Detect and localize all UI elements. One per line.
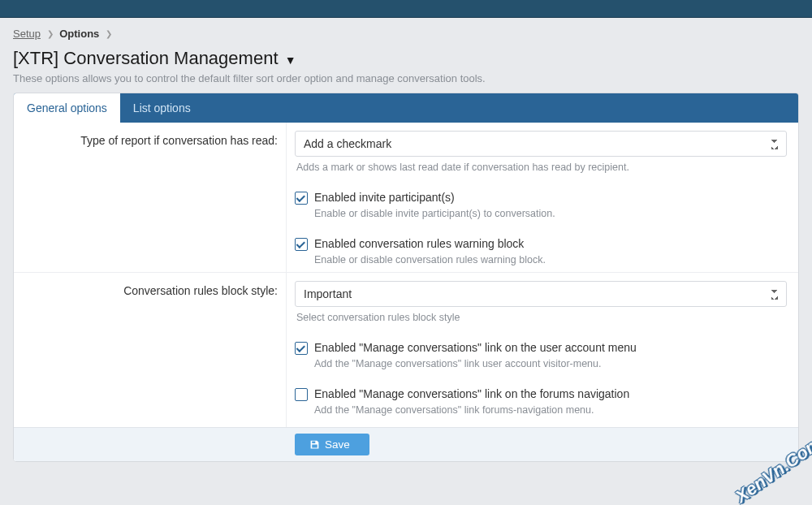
select-block-style[interactable]: Important — [295, 281, 787, 307]
checkbox-manage-nav[interactable] — [295, 388, 308, 401]
hint-report-type: Adds a mark or shows last read date if c… — [295, 157, 787, 173]
checkbox-rules-block[interactable] — [295, 238, 308, 251]
panel-body: Type of report if conversation has read:… — [14, 123, 798, 461]
chevron-right-icon: ❯ — [47, 29, 54, 38]
label-rules-block: Enabled conversation rules warning block — [314, 237, 524, 250]
label-block-style: Conversation rules block style: — [14, 273, 286, 309]
options-panel: General options List options Type of rep… — [13, 93, 799, 462]
label-invite: Enabled invite participant(s) — [314, 191, 455, 204]
hint-invite: Enable or disable invite participant(s) … — [295, 205, 787, 219]
tab-list[interactable]: List options — [120, 93, 204, 123]
panel-footer: Save — [14, 427, 798, 461]
checkbox-manage-account[interactable] — [295, 342, 308, 355]
label-manage-account: Enabled "Manage conversations" link on t… — [314, 341, 637, 354]
page-title: [XTR] Conversation Management ▼ — [13, 46, 799, 72]
label-report-type: Type of report if conversation has read: — [14, 123, 286, 158]
hint-block-style: Select conversation rules block style — [295, 307, 787, 323]
save-icon — [309, 439, 320, 450]
hint-manage-account: Add the "Manage conversations" link user… — [295, 355, 787, 369]
caret-down-icon[interactable]: ▼ — [285, 54, 296, 67]
page-title-text: [XTR] Conversation Management — [13, 48, 279, 68]
save-button[interactable]: Save — [295, 434, 369, 455]
breadcrumb-options[interactable]: Options — [59, 28, 99, 40]
page-description: These options allows you to control the … — [13, 72, 799, 93]
top-bar — [0, 0, 812, 18]
breadcrumb: Setup ❯ Options ❯ — [13, 18, 799, 46]
breadcrumb-setup[interactable]: Setup — [13, 28, 41, 40]
label-manage-nav: Enabled "Manage conversations" link on t… — [314, 387, 629, 400]
content: Setup ❯ Options ❯ [XTR] Conversation Man… — [0, 18, 812, 475]
chevron-right-icon: ❯ — [106, 29, 112, 38]
select-report-type[interactable]: Add a checkmark — [295, 131, 787, 157]
tab-general[interactable]: General options — [14, 93, 120, 123]
hint-manage-nav: Add the "Manage conversations" link foru… — [295, 401, 787, 416]
tabs: General options List options — [14, 93, 798, 123]
checkbox-invite[interactable] — [295, 192, 308, 205]
save-label: Save — [325, 438, 350, 451]
hint-rules-block: Enable or disable conversation rules war… — [295, 251, 787, 265]
